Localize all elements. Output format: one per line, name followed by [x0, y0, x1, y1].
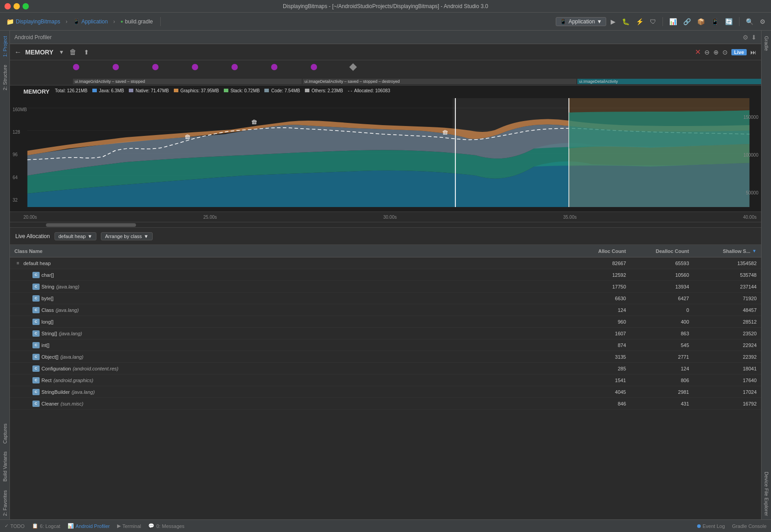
cell-dealloc-count: 124 — [630, 366, 694, 371]
status-profiler[interactable]: 📊 Android Profiler — [68, 523, 110, 529]
sdk-button[interactable]: 📦 — [695, 17, 707, 26]
table-row[interactable]: C Object[] (java.lang) 3135 2771 22392 — [10, 351, 761, 363]
toolbar-sep-2 — [662, 17, 663, 26]
time-label-3: 30.00s — [383, 215, 397, 220]
chart-scrollbar[interactable] — [10, 222, 761, 228]
table-row[interactable]: C Cleaner (sun.misc) 846 431 16792 — [10, 398, 761, 410]
clear-button[interactable]: 🗑 — [68, 47, 78, 57]
cell-alloc-count: 3135 — [572, 354, 630, 360]
sidebar-item-project[interactable]: 1: Project — [1, 32, 9, 60]
status-event-log[interactable]: Event Log — [697, 523, 725, 529]
profiler-button[interactable]: 📊 — [667, 17, 679, 26]
sidebar-item-device-explorer[interactable]: Device File Explorer — [762, 468, 771, 519]
arrange-dropdown-label: Arrange by class — [105, 234, 142, 239]
toolbar-project-icon[interactable]: 📁 DisplayingBitmaps — [4, 17, 63, 26]
chart-y-axis-left: 160MB 128 96 64 32 — [13, 98, 27, 212]
run-button[interactable]: ▶ — [609, 17, 617, 26]
right-tab-strip: Gradle Device File Explorer — [761, 31, 771, 519]
sidebar-item-gradle[interactable]: Gradle — [762, 32, 771, 54]
cell-class-name: C char[] — [10, 272, 572, 278]
status-logcat[interactable]: 📋 6: Logcat — [32, 523, 60, 529]
cell-alloc-count: 285 — [572, 366, 630, 371]
profiler-download-icon[interactable]: ⬇ — [751, 34, 757, 41]
export-button[interactable]: ⬆ — [82, 48, 91, 57]
table-row[interactable]: C byte[] 6630 6427 71920 — [10, 293, 761, 304]
avd-button[interactable]: 📱 — [709, 17, 721, 26]
table-header: Class Name Alloc Count Dealloc Count Sha… — [10, 245, 761, 257]
sync-button[interactable]: 🔄 — [723, 17, 735, 26]
table-row[interactable]: C Configuration (android.content.res) 28… — [10, 363, 761, 374]
todo-label: TODO — [10, 523, 25, 529]
table-row[interactable]: C StringBuilder (java.lang) 4045 2981 17… — [10, 386, 761, 398]
table-body: ≡ default heap 82667 65593 1354582 C cha… — [10, 257, 761, 410]
back-button[interactable]: ← — [14, 48, 22, 56]
zoom-fit-button[interactable]: ⊙ — [722, 49, 728, 56]
lightning-button[interactable]: ⚡ — [634, 17, 645, 26]
chart-legend-total: Total: 126.21MB Java: 6.3MB Native: 71.4… — [55, 88, 390, 93]
class-icon: C — [32, 295, 40, 302]
android-icon: 📱 — [73, 18, 80, 25]
close-session-button[interactable]: ✕ — [695, 48, 701, 56]
table-row[interactable]: C char[] 12592 10560 535748 — [10, 269, 761, 281]
toolbar-gradle[interactable]: ● build.gradle — [118, 18, 155, 26]
close-button[interactable] — [5, 3, 11, 9]
run-config-dropdown[interactable]: 📱 Application ▼ — [556, 17, 606, 26]
zoom-out-button[interactable]: ⊖ — [704, 49, 710, 56]
search-button[interactable]: 🔍 — [744, 17, 755, 26]
attach-button[interactable]: 🔗 — [681, 17, 693, 26]
cell-alloc-count: 82667 — [572, 261, 630, 266]
sidebar-item-structure[interactable]: 2: Structure — [1, 61, 9, 94]
memory-toolbar: ← MEMORY ▼ 🗑 ⬆ ✕ ⊖ ⊕ ⊙ Live ⏭ — [10, 44, 761, 60]
sidebar-item-buildvariants[interactable]: Build Variants — [1, 448, 9, 485]
cell-alloc-count: 960 — [572, 319, 630, 325]
cell-class-name: C Configuration (android.content.res) — [10, 365, 572, 372]
table-row[interactable]: ≡ default heap 82667 65593 1354582 — [10, 257, 761, 269]
status-bar: ✓ TODO 📋 6: Logcat 📊 Android Profiler ▶ … — [0, 519, 771, 532]
cell-class-name: C Object[] (java.lang) — [10, 354, 572, 360]
skip-to-end-button[interactable]: ⏭ — [750, 49, 757, 56]
svg-text:🗑: 🗑 — [442, 129, 449, 135]
cell-shallow-size: 22392 — [694, 354, 761, 360]
main-toolbar: 📁 DisplayingBitmaps › 📱 Application › ● … — [0, 13, 771, 31]
cell-alloc-count: 846 — [572, 401, 630, 406]
status-messages[interactable]: 💬 0: Messages — [148, 523, 184, 529]
memory-chart-svg: 🗑 🗑 🗑 — [10, 86, 761, 212]
col-shallow-size: Shallow S... ▼ — [694, 248, 761, 254]
settings-button[interactable]: ⚙ — [758, 17, 767, 26]
minimize-button[interactable] — [14, 3, 20, 9]
cell-dealloc-count: 0 — [630, 307, 694, 313]
coverage-button[interactable]: 🛡 — [648, 17, 658, 26]
cell-class-name: C long[] — [10, 319, 572, 325]
cell-class-name: C Cleaner (sun.misc) — [10, 401, 572, 407]
gradle-console-label: Gradle Console — [732, 523, 766, 529]
heap-dropdown[interactable]: default heap ▼ — [54, 232, 96, 240]
arrange-dropdown[interactable]: Arrange by class ▼ — [101, 232, 153, 240]
table-row[interactable]: C String (java.lang) 17750 13934 237144 — [10, 281, 761, 293]
sidebar-item-captures[interactable]: Captures — [1, 420, 9, 447]
table-row[interactable]: C String[] (java.lang) 1607 863 23520 — [10, 328, 761, 339]
table-row[interactable]: C Rect (android.graphics) 1541 806 17640 — [10, 374, 761, 386]
sidebar-item-favorites[interactable]: 2: Favorites — [1, 487, 9, 519]
cell-shallow-size: 17024 — [694, 389, 761, 395]
memory-dropdown-icon[interactable]: ▼ — [59, 49, 64, 55]
status-terminal[interactable]: ▶ Terminal — [117, 523, 141, 529]
zoom-in-button[interactable]: ⊕ — [713, 49, 719, 56]
debug-button[interactable]: 🐛 — [620, 17, 631, 26]
table-row[interactable]: C long[] 960 400 28512 — [10, 316, 761, 328]
time-label-1: 20.00s — [23, 215, 37, 220]
android-profiler-title: Android Profiler — [14, 34, 52, 41]
window-title: DisplayingBitmaps - [~/AndroidStudioProj… — [283, 3, 488, 9]
status-todo[interactable]: ✓ TODO — [5, 523, 25, 529]
toolbar-application[interactable]: 📱 Application — [70, 18, 111, 26]
maximize-button[interactable] — [23, 3, 29, 9]
scrollbar-thumb[interactable] — [46, 223, 136, 227]
cell-alloc-count: 6630 — [572, 296, 630, 301]
table-row[interactable]: C int[] 874 545 22924 — [10, 339, 761, 351]
cell-dealloc-count: 6427 — [630, 296, 694, 301]
run-config-label: Application — [568, 18, 595, 25]
dropdown-arrow-icon: ▼ — [597, 18, 602, 25]
table-row[interactable]: C Class (java.lang) 124 0 48457 — [10, 304, 761, 316]
class-icon: C — [32, 319, 40, 325]
status-gradle-console[interactable]: Gradle Console — [732, 523, 766, 529]
profiler-settings-icon[interactable]: ⚙ — [743, 34, 748, 41]
